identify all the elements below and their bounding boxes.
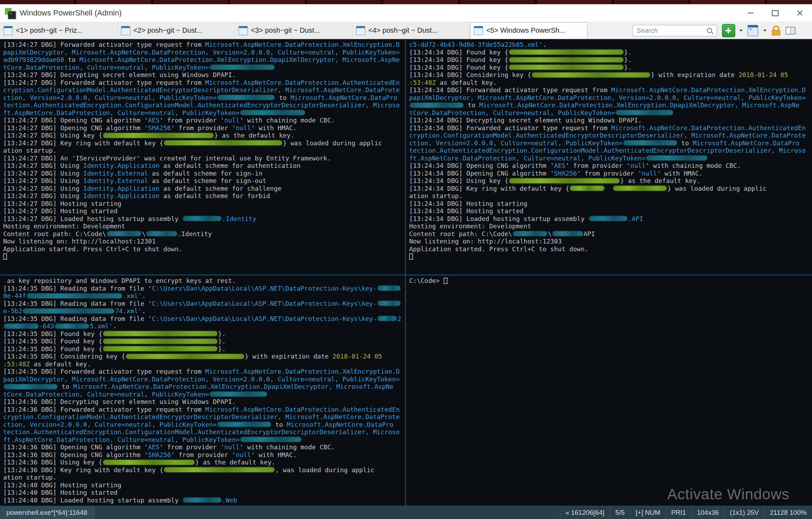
console-text: [13:24:36 DBG] Forwarded activator type … (3, 406, 205, 413)
console-line: c5-dd72-4b43-9d8d-3fde55a22b85.xml'. (409, 41, 812, 49)
console-line: ft.AspNetCore.DataProtection, Culture=ne… (3, 436, 405, 444)
console-text: tection.AuthenticatedEncryption.Configur… (3, 101, 400, 109)
shell-select-dropdown[interactable] (762, 24, 768, 37)
console-window-icon (4, 26, 13, 35)
console-text: [13:24:34 DBG] Decrypting secret element… (409, 116, 642, 124)
new-console-button[interactable] (722, 24, 735, 37)
redacted-text (552, 231, 583, 236)
redacted-text (410, 103, 463, 108)
console-text: Content root path: C:\Code\ (409, 230, 512, 238)
console-text: adb9793829ddae60 (3, 56, 64, 63)
console-text: .Identity (222, 215, 256, 222)
console-line: ation startup. (409, 192, 812, 200)
console-pane-top-right[interactable]: c5-dd72-4b43-9d8d-3fde55a22b85.xml'.[13:… (406, 39, 812, 274)
console-line: cryption.ConfigurationModel.Authenticate… (3, 86, 405, 94)
console-line: [13:24:35 DBG] Forwarded activator type … (3, 368, 405, 375)
console-line: Content root path: C:\Code\\.Identity (3, 230, 405, 238)
console-line: Now listening on: http://localhost:12301 (3, 238, 405, 245)
console-text: ation startup. (3, 474, 57, 481)
console-text: to (272, 421, 287, 428)
console-line: C:\Code> (409, 277, 812, 285)
console-text: [13:24:35 DBG] Reading data from file ' (3, 315, 152, 322)
console-line: [13:24:35 DBG] Found key {}. (3, 345, 405, 353)
console-text: Identity.Application (83, 162, 160, 169)
shell-select-button[interactable] (747, 24, 759, 37)
console-text: tCore.DataProtection, Culture=neutral, P… (3, 64, 209, 71)
console-text: papiXmlDecryptor, Microsoft.AspNetCore.D… (3, 49, 400, 56)
console-text: API (584, 230, 595, 238)
console-pane-top-left[interactable]: [13:24:27 DBG] Forwarded activator type … (0, 39, 405, 274)
minimize-button[interactable] (738, 4, 763, 22)
status-item: 104x36 (691, 506, 724, 519)
console-text: [13:24:35 DBG] Found key { (3, 330, 102, 337)
console-text: AES (554, 162, 566, 169)
console-line: [13:24:27 DBG] Using Identity.Applicatio… (3, 192, 405, 200)
console-text: [13:24:34 DBG] Considering key { (409, 71, 531, 78)
console-line: [13:24:27 DBG] Using Identity.Applicatio… (3, 162, 405, 170)
redacted-text (146, 231, 177, 236)
console-text: [13:24:34 DBG] Found key { (409, 56, 508, 63)
console-text: C:\Code> (409, 277, 444, 284)
close-button[interactable] (787, 4, 812, 22)
console-text: [13:24:34 DBG] Using key { (409, 177, 508, 184)
console-text: }. (624, 64, 632, 71)
maximize-button[interactable] (763, 4, 787, 22)
console-text: Microsoft.AspNetCore.DataProtection.Auth… (611, 124, 806, 132)
console-line: [13:24:27 DBG] Forwarded activator type … (3, 41, 405, 49)
console-text: ' from provider ' (159, 116, 224, 124)
console-text: [13:24:35 DBG] Found key { (3, 337, 102, 345)
console-text: -643 (39, 322, 54, 330)
split-view-button[interactable] (785, 24, 797, 37)
console-text: Microsoft.AspNetCore.DataProtection.XmlE… (205, 41, 400, 48)
console-text: \ (142, 230, 146, 238)
console-text: [13:24:34 DBG] Key ring with default key… (409, 185, 569, 192)
console-text: [13:24:35 DBG] Reading data from file ' (3, 285, 152, 292)
console-pane-bottom-right[interactable]: C:\Code> (406, 276, 812, 506)
console-text: . (142, 292, 146, 299)
console-text: }. (218, 330, 226, 337)
console-text: C:\Users\Dan\AppData\Local\ASP.NET\DataP… (152, 315, 377, 322)
console-text: Identity.Application (83, 192, 160, 200)
console-line: [13:24:27 DBG] Hosting started (3, 207, 405, 215)
console-text: \ (548, 230, 552, 238)
console-text: 74.xml' (115, 307, 142, 315)
lock-button[interactable] (770, 24, 782, 37)
console-text: [13:24:27 DBG] Forwarded activator type … (3, 79, 205, 86)
console-text: as default scheme for sign-in (148, 170, 262, 177)
console-text: AES (148, 443, 160, 451)
redacted-text (240, 437, 301, 442)
tab-active[interactable]: <5> Windows PowerSh... (470, 22, 588, 39)
console-line: tection.AuthenticatedEncryption.Configur… (3, 101, 405, 109)
console-line: Application started. Press Ctrl+C to shu… (409, 245, 812, 253)
console-line: Now listening on: http://localhost:12303 (409, 238, 812, 245)
tab-item[interactable]: <3> posh~git ~ Dust... (235, 22, 353, 39)
console-text: C:\Users\Dan\AppData\Local\ASP.NET\DataP… (152, 300, 377, 307)
console-line: tCore.DataProtection, Culture=neutral, P… (3, 391, 405, 398)
title-bar: Windows PowerShell (Admin) (0, 4, 812, 22)
console-text: ction, Version=2.0.0.0, Culture=neutral,… (3, 94, 217, 101)
console-text: [13:24:34 DBG] Opening CNG algorithm ' (409, 162, 554, 169)
console-text: SHA256 (148, 451, 171, 458)
tab-item[interactable]: <1> posh~git ~ Priz... (0, 22, 118, 39)
console-line: [13:24:34 DBG] Considering key {} with e… (409, 71, 812, 79)
redacted-text (103, 331, 217, 336)
status-bar: powershell.exe*[*64]:11648 « 161206[64]5… (0, 506, 812, 519)
console-text: ' from provider ' (159, 443, 224, 451)
console-pane-bottom-left[interactable]: as key repository and Windows DPAPI to e… (0, 276, 405, 506)
console-line: [13:24:27 DBG] Loaded hosting startup as… (3, 215, 405, 223)
console-line: ction, Version=2.0.0.0, Culture=neutral,… (409, 139, 812, 147)
console-text: 2018-01-24 05 (332, 353, 382, 360)
console-text: .Web (222, 496, 237, 504)
console-line: :53:48Z as default key. (409, 79, 812, 87)
console-line: [13:24:27 DBG] Opening CNG algorithm 'SH… (3, 124, 405, 132)
search-input[interactable] (633, 25, 717, 36)
tab-item[interactable]: <4> posh~git ~ Dust... (353, 22, 470, 39)
console-line: [13:24:27 DBG] An 'IServiceProvider' was… (3, 154, 405, 162)
console-line: [13:24:36 DBG] Forwarded activator type … (3, 406, 405, 413)
console-text: [13:24:36 DBG] Decrypting secret element… (3, 398, 236, 405)
console-text: 2018-01-24 05 (738, 71, 788, 78)
new-console-dropdown[interactable] (738, 24, 744, 37)
console-text: null (224, 443, 240, 451)
console-line (3, 253, 405, 260)
tab-item[interactable]: <2> posh~git ~ Dust... (118, 22, 235, 39)
